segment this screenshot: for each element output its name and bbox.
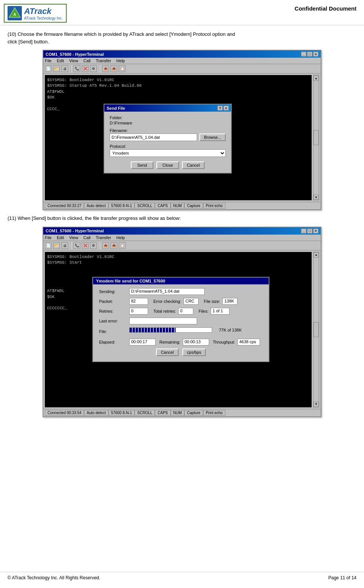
- toolbar-dial-2[interactable]: 📞: [73, 242, 80, 249]
- toolbar-dial-1[interactable]: 📞: [73, 65, 80, 72]
- minimize-button-1[interactable]: _: [301, 52, 306, 57]
- toolbar-send-2[interactable]: 📤: [102, 242, 109, 249]
- menu-call-2[interactable]: Call: [83, 235, 90, 240]
- menu-view-2[interactable]: View: [69, 235, 78, 240]
- scroll-thumb-2[interactable]: [314, 322, 319, 337]
- filename-input[interactable]: [110, 134, 197, 141]
- retries-label: Retries:: [99, 309, 129, 313]
- toolbar-print-2[interactable]: 🖨: [61, 242, 68, 249]
- terminal-text-2a: $SYSMSG: Bootloader V1.01RC $SYSMSG: Sta…: [47, 254, 309, 266]
- toolbar-prop-1[interactable]: ⚙: [90, 65, 97, 72]
- status-scroll-1: SCROLL: [135, 203, 155, 209]
- packet-value: 82: [129, 298, 148, 305]
- confidential-label: Confidential Document: [295, 4, 356, 12]
- menu-transfer-2[interactable]: Transfer: [96, 235, 111, 240]
- scrollbar-v-1[interactable]: ▲ ▼: [313, 75, 319, 200]
- sending-row: Sending: D:\Firmware\AT5_1.04.dat: [99, 288, 263, 295]
- step11-text: (11) When [Send] button is clicked, the …: [8, 215, 181, 221]
- scroll-down-1[interactable]: ▼: [314, 195, 319, 200]
- file-size-label: File size:: [204, 299, 220, 304]
- titlebar-2-buttons[interactable]: _ □ ×: [301, 229, 318, 233]
- step10-text2: click [Send] button.: [8, 38, 356, 46]
- menu-edit-2[interactable]: Edit: [57, 235, 64, 240]
- send-file-titlebar: Send File ? ×: [104, 104, 231, 112]
- titlebar-2-title: COM1_57600 - HyperTerminal: [46, 229, 104, 233]
- toolbar-open-1[interactable]: 📂: [53, 65, 60, 72]
- toolbar-prop-2[interactable]: ⚙: [90, 242, 97, 249]
- step10-instruction: (10) Choose the firmware filename which …: [8, 31, 356, 45]
- status-capture-2: Capture: [184, 410, 203, 416]
- toolbar-print-1[interactable]: 🖨: [61, 65, 68, 72]
- send-button[interactable]: Send: [131, 161, 153, 169]
- cancel-transfer-button[interactable]: Cancel: [156, 349, 179, 356]
- browse-button[interactable]: Browse...: [199, 134, 226, 141]
- menubar-2: File Edit View Call Transfer Help: [43, 235, 321, 241]
- cps-bps-button[interactable]: cps/bps: [182, 349, 206, 356]
- scroll-up-2[interactable]: ▲: [314, 252, 319, 258]
- total-retries-value: 0: [178, 308, 193, 315]
- protocol-row: Protocol: Ymodem: [110, 144, 226, 157]
- file-progress-row: File: 77K of 138K: [99, 327, 263, 336]
- packet-row: Packet: 82 Error checking: CRC File size…: [99, 298, 263, 305]
- scroll-down-2[interactable]: ▼: [314, 402, 319, 407]
- menu-help-2[interactable]: Help: [116, 235, 125, 240]
- status-baud-2: 57600 8-N-1: [109, 410, 135, 416]
- toolbar-new-1[interactable]: 📄: [45, 65, 52, 72]
- throughput-value: 4638 cps: [237, 339, 260, 345]
- protocol-label: Protocol:: [110, 144, 226, 149]
- scrollbar-v-2[interactable]: ▲ ▼: [313, 252, 319, 407]
- maximize-button-1[interactable]: □: [307, 52, 312, 57]
- files-label: Files:: [199, 309, 208, 313]
- terminal-main-2: $SYSMSG: Bootloader V1.01RC $SYSMSG: Sta…: [43, 250, 321, 409]
- titlebar-1-title: COM1_57600 - HyperTerminal: [46, 52, 104, 57]
- status-num-2: NUM: [171, 410, 185, 416]
- status-auto-1: Auto detect: [84, 203, 109, 209]
- menu-file-1[interactable]: File: [45, 58, 52, 63]
- toolbar-recv-1[interactable]: 📥: [110, 65, 117, 72]
- status-baud-1: 57600 8-N-1: [109, 203, 135, 209]
- error-checking-value: CRC: [184, 298, 199, 305]
- minimize-button-2[interactable]: _: [301, 229, 306, 233]
- toolbar-disc-2[interactable]: ❌: [82, 242, 89, 249]
- menu-call-1[interactable]: Call: [83, 58, 90, 63]
- titlebar-1-buttons[interactable]: _ □ ×: [301, 52, 318, 57]
- menu-transfer-1[interactable]: Transfer: [96, 58, 111, 63]
- dialog-help-btn[interactable]: ?: [217, 106, 223, 111]
- toolbar-capture-2[interactable]: 📋: [119, 242, 125, 249]
- page-header: A ATrack ATrack Technology Inc. Confiden…: [0, 0, 364, 25]
- scroll-up-1[interactable]: ▲: [314, 75, 319, 81]
- menu-edit-1[interactable]: Edit: [57, 58, 64, 63]
- status-caps-2: CAPS: [155, 410, 170, 416]
- titlebar-1: COM1_57600 - HyperTerminal _ □ ×: [43, 51, 321, 58]
- menu-help-1[interactable]: Help: [116, 58, 125, 63]
- folder-value: D:\Firmware: [110, 121, 226, 125]
- toolbar-recv-2[interactable]: 📥: [110, 242, 117, 249]
- protocol-select[interactable]: Ymodem: [110, 149, 226, 157]
- close-file-button[interactable]: Close: [156, 161, 179, 169]
- close-button-2[interactable]: ×: [313, 229, 318, 233]
- menu-file-2[interactable]: File: [45, 235, 52, 240]
- ymodem-progress-dialog: Ymodem file send for COM1_57600 Sending:…: [92, 277, 269, 362]
- toolbar-new-2[interactable]: 📄: [45, 242, 52, 249]
- cancel-send-button[interactable]: Cancel: [182, 161, 205, 169]
- maximize-button-2[interactable]: □: [307, 229, 312, 233]
- toolbar-disc-1[interactable]: ❌: [82, 65, 89, 72]
- logo-area: A ATrack ATrack Technology Inc.: [4, 4, 67, 23]
- send-file-dialog: Send File ? × Folder: D:\Firmware Filena…: [104, 104, 232, 173]
- toolbar-capture-1[interactable]: 📋: [119, 65, 125, 72]
- statusbar-2: Connected 00:33:54 Auto detect 57600 8-N…: [43, 409, 321, 416]
- dialog-close-btn[interactable]: ×: [223, 106, 229, 111]
- toolbar-sep-1: [70, 65, 71, 72]
- scroll-thumb-1[interactable]: [314, 130, 319, 145]
- status-scroll-2: SCROLL: [135, 410, 155, 416]
- total-retries-label: Total retries:: [153, 309, 176, 313]
- toolbar-send-1[interactable]: 📤: [102, 65, 109, 72]
- toolbar-open-2[interactable]: 📂: [53, 242, 60, 249]
- logo-subtitle: ATrack Technology Inc.: [24, 16, 63, 20]
- close-button-1[interactable]: ×: [313, 52, 318, 57]
- send-file-content: Folder: D:\Firmware Filename: Browse... …: [104, 112, 231, 173]
- progress-text: 77K of 138K: [219, 328, 242, 332]
- files-value: 1 of 1: [211, 308, 229, 315]
- copyright-text: © ATrack Technology Inc. All Rights Rese…: [8, 575, 100, 580]
- menu-view-1[interactable]: View: [69, 58, 78, 63]
